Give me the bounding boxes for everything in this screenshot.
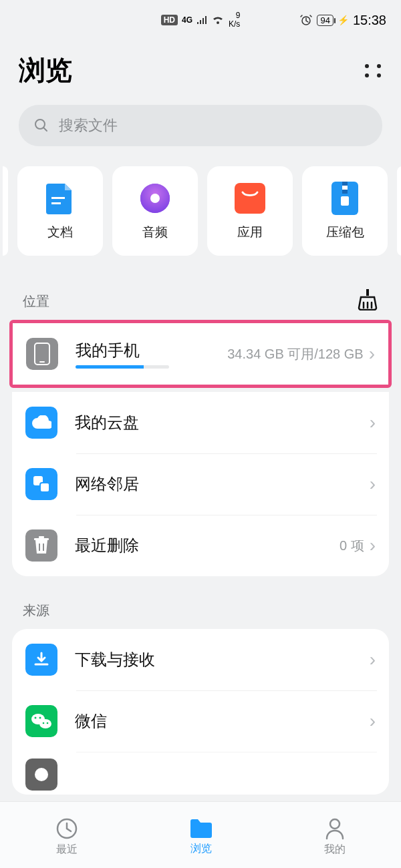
source-section-header: 来源 bbox=[0, 576, 401, 629]
bottom-nav: 最近 浏览 我的 bbox=[0, 801, 401, 868]
audio-icon bbox=[138, 181, 172, 216]
svg-point-22 bbox=[39, 717, 41, 719]
list-item-cloud[interactable]: 我的云盘 › bbox=[12, 392, 389, 453]
document-icon bbox=[43, 181, 78, 216]
list-item-my-phone[interactable]: 我的手机 34.34 GB 可用/128 GB › bbox=[13, 323, 388, 385]
svg-rect-16 bbox=[40, 483, 49, 492]
clock-icon bbox=[55, 817, 78, 840]
svg-rect-14 bbox=[39, 361, 45, 363]
category-row[interactable]: 文档 音频 应用 压缩包 bbox=[0, 146, 401, 256]
search-input[interactable] bbox=[59, 117, 368, 134]
svg-rect-10 bbox=[342, 186, 348, 190]
card-edge-left bbox=[3, 166, 8, 256]
card-edge-right bbox=[397, 166, 401, 256]
status-left: HD 4G 9 K/s bbox=[0, 11, 401, 29]
category-apps[interactable]: 应用 bbox=[207, 166, 293, 256]
svg-rect-11 bbox=[342, 190, 348, 194]
trash-icon bbox=[25, 529, 57, 562]
cloud-icon bbox=[25, 407, 57, 439]
location-list: 我的云盘 › 网络邻居 › 最近删除 0 项 › bbox=[12, 392, 389, 576]
location-section-header: 位置 bbox=[0, 256, 401, 320]
list-item-trash[interactable]: 最近删除 0 项 › bbox=[12, 515, 389, 576]
svg-point-6 bbox=[150, 194, 160, 203]
svg-point-21 bbox=[35, 717, 37, 719]
li-title: 网络邻居 bbox=[75, 473, 370, 495]
svg-rect-9 bbox=[342, 182, 348, 186]
person-icon bbox=[324, 817, 346, 840]
chevron-right-icon: › bbox=[370, 649, 376, 670]
category-documents[interactable]: 文档 bbox=[17, 166, 103, 256]
svg-point-27 bbox=[330, 819, 340, 829]
wifi-icon bbox=[211, 15, 225, 25]
folder-icon bbox=[188, 818, 214, 839]
category-audio[interactable]: 音频 bbox=[112, 166, 198, 256]
signal-icon bbox=[196, 15, 207, 25]
category-label: 文档 bbox=[47, 224, 73, 241]
download-icon bbox=[25, 644, 57, 676]
location-list-phone: 我的手机 34.34 GB 可用/128 GB › bbox=[13, 323, 388, 385]
chevron-right-icon: › bbox=[370, 473, 376, 495]
app-generic-icon bbox=[25, 758, 57, 791]
network-gen: 4G bbox=[182, 15, 192, 25]
chevron-right-icon: › bbox=[370, 710, 376, 732]
li-title: 我的手机 bbox=[76, 340, 227, 361]
net-speed: 9 K/s bbox=[229, 11, 240, 29]
category-label: 应用 bbox=[237, 224, 263, 241]
li-title: 微信 bbox=[75, 710, 370, 732]
category-label: 音频 bbox=[142, 224, 168, 241]
svg-rect-2 bbox=[51, 197, 65, 199]
nav-browse[interactable]: 浏览 bbox=[188, 818, 214, 856]
list-item-more[interactable] bbox=[12, 752, 389, 795]
li-title: 我的云盘 bbox=[75, 412, 370, 433]
search-icon bbox=[33, 118, 49, 134]
list-item-download[interactable]: 下载与接收 › bbox=[12, 629, 389, 690]
page-title: 浏览 bbox=[19, 52, 72, 89]
svg-rect-12 bbox=[341, 196, 349, 206]
chevron-right-icon: › bbox=[370, 412, 376, 433]
hd-badge: HD bbox=[161, 15, 178, 25]
svg-rect-18 bbox=[39, 536, 44, 538]
nav-mine[interactable]: 我的 bbox=[324, 817, 346, 857]
nav-label: 浏览 bbox=[190, 842, 212, 856]
category-archives[interactable]: 压缩包 bbox=[302, 166, 388, 256]
section-title-source: 来源 bbox=[23, 602, 49, 620]
svg-rect-17 bbox=[34, 538, 49, 540]
nav-label: 最近 bbox=[56, 843, 78, 857]
phone-icon bbox=[26, 338, 58, 370]
wechat-icon bbox=[25, 705, 57, 737]
section-title-location: 位置 bbox=[23, 292, 49, 310]
list-item-wechat[interactable]: 微信 › bbox=[12, 690, 389, 752]
highlight-frame: 我的手机 34.34 GB 可用/128 GB › bbox=[9, 320, 392, 388]
svg-point-23 bbox=[43, 722, 45, 724]
page-header: 浏览 bbox=[0, 40, 401, 102]
battery-indicator: 94 bbox=[317, 15, 333, 26]
status-bar: HD 4G 9 K/s 94 ⚡ 15:38 bbox=[0, 0, 401, 40]
li-title: 最近删除 bbox=[75, 535, 340, 556]
svg-rect-7 bbox=[235, 183, 265, 214]
storage-bar bbox=[76, 365, 169, 369]
li-title: 下载与接收 bbox=[75, 649, 370, 670]
svg-point-20 bbox=[39, 719, 51, 728]
svg-point-24 bbox=[47, 722, 49, 724]
nav-label: 我的 bbox=[324, 843, 346, 857]
category-label: 压缩包 bbox=[326, 224, 364, 241]
svg-point-25 bbox=[35, 768, 48, 781]
network-icon bbox=[25, 468, 57, 500]
nav-recent[interactable]: 最近 bbox=[55, 817, 78, 857]
svg-rect-3 bbox=[51, 202, 61, 204]
storage-text: 34.34 GB 可用/128 GB bbox=[227, 345, 363, 363]
app-icon bbox=[233, 181, 267, 216]
archive-icon bbox=[327, 181, 362, 216]
chevron-right-icon: › bbox=[370, 535, 376, 556]
clean-icon[interactable] bbox=[357, 288, 378, 310]
search-bar[interactable] bbox=[19, 105, 382, 146]
trash-count: 0 项 bbox=[340, 537, 364, 555]
more-menu-button[interactable] bbox=[364, 61, 382, 80]
list-item-network[interactable]: 网络邻居 › bbox=[12, 453, 389, 515]
chevron-right-icon: › bbox=[369, 343, 375, 365]
source-list: 下载与接收 › 微信 › bbox=[12, 629, 389, 795]
